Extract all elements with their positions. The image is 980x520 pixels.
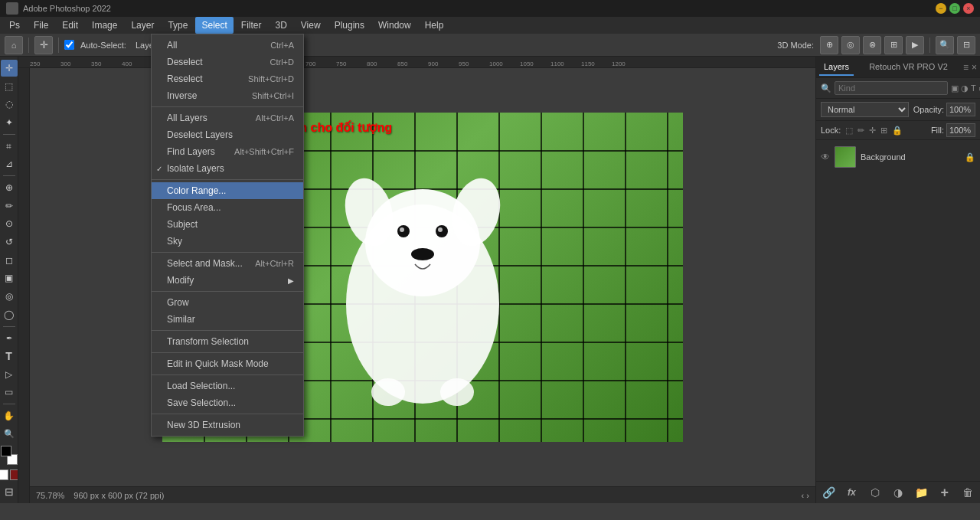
menu-filter[interactable]: Filter (235, 17, 268, 34)
menu-item-select-and-mask[interactable]: Select and Mask... Alt+Ctrl+R (152, 255, 303, 272)
menu-item-find-layers[interactable]: Find Layers Alt+Shift+Ctrl+F (152, 143, 303, 160)
home-button[interactable]: ⌂ (5, 36, 23, 54)
tool-text[interactable]: T (1, 348, 18, 365)
menu-item-inverse[interactable]: Inverse Shift+Ctrl+I (152, 87, 303, 104)
menu-item-all[interactable]: All Ctrl+A (152, 37, 303, 54)
close-button[interactable]: × (963, 3, 974, 14)
filter-adjustment-icon[interactable]: ◑ (961, 83, 969, 93)
menu-item-similar[interactable]: Similar (152, 311, 303, 328)
add-mask-btn[interactable]: ⬡ (867, 485, 883, 500)
menu-item-sky[interactable]: Sky (152, 233, 303, 250)
lock-all-icon[interactable]: 🔒 (892, 126, 903, 136)
fg-color-swatch[interactable] (1, 446, 11, 456)
canvas-content[interactable]: Hút màu tạo vùng chọn cho đối tượng (30, 68, 815, 486)
menu-item-subject[interactable]: Subject (152, 216, 303, 233)
blend-mode-select[interactable]: Normal Multiply Screen Overlay (821, 102, 909, 117)
menu-item-transform-selection[interactable]: Transform Selection (152, 333, 303, 350)
lock-image-icon[interactable]: ✏ (858, 126, 864, 136)
menu-item-reselect[interactable]: Reselect Shift+Ctrl+D (152, 70, 303, 87)
tool-hand[interactable]: ✋ (1, 407, 18, 424)
tool-marquee[interactable]: ⬚ (1, 78, 18, 95)
tool-shape[interactable]: ▭ (1, 384, 18, 401)
tool-eraser[interactable]: ◻ (1, 252, 18, 269)
tool-move[interactable]: ✛ (1, 60, 18, 77)
tool-history[interactable]: ↺ (1, 234, 18, 250)
panel-close-icon[interactable]: × (972, 62, 977, 73)
tool-path-select[interactable]: ▷ (1, 366, 18, 383)
tool-gradient[interactable]: ▣ (1, 270, 18, 287)
tool-brush[interactable]: ✏ (1, 198, 18, 214)
new-layer-btn[interactable]: + (937, 485, 952, 500)
minimize-button[interactable]: − (936, 3, 946, 14)
menu-item-all-layers[interactable]: All Layers Alt+Ctrl+A (152, 110, 303, 126)
menu-item-deselect[interactable]: Deselect Ctrl+D (152, 54, 303, 70)
fx-btn[interactable]: fx (844, 485, 859, 500)
menu-edit[interactable]: Edit (56, 17, 84, 34)
menu-image[interactable]: Image (86, 17, 123, 34)
menu-item-color-range[interactable]: Color Range... (152, 182, 303, 199)
3d-btn5[interactable]: ▶ (906, 36, 924, 54)
menu-plugins[interactable]: Plugins (328, 17, 371, 34)
menu-item-focus-area[interactable]: Focus Area... (152, 199, 303, 216)
filter-type-icon[interactable]: T (971, 83, 976, 93)
tool-zoom[interactable]: 🔍 (1, 426, 18, 443)
menu-type[interactable]: Type (162, 17, 194, 34)
tab-retouch[interactable]: Retouch VR PRO V2 (864, 59, 952, 76)
menu-item-isolate-layers[interactable]: ✓ Isolate Layers (152, 160, 303, 177)
menu-ps[interactable]: Ps (3, 17, 26, 34)
quick-mask-btn[interactable] (10, 469, 19, 480)
lock-artboard-icon[interactable]: ⊞ (880, 126, 887, 136)
move-tool-btn[interactable]: ✛ (34, 36, 53, 54)
change-screen-mode[interactable]: ⊟ (1, 483, 18, 500)
filter-pixel-icon[interactable]: ▣ (951, 83, 959, 93)
menu-layer[interactable]: Layer (125, 17, 160, 34)
right-panel: Layers Retouch VR PRO V2 ≡ × 🔍 ▣ ◑ T ▭ ⊕… (815, 57, 980, 503)
fill-input[interactable] (946, 123, 975, 137)
menu-item-edit-quick-mask[interactable]: Edit in Quick Mask Mode (152, 355, 303, 372)
auto-select-checkbox[interactable] (64, 40, 74, 50)
menu-item-load-selection[interactable]: Load Selection... (152, 378, 303, 394)
layers-kind-input[interactable] (835, 81, 948, 95)
3d-btn1[interactable]: ⊕ (820, 36, 838, 54)
lock-transparent-icon[interactable]: ⬚ (845, 126, 853, 136)
menu-item-new-3d-extrusion[interactable]: New 3D Extrusion (152, 417, 303, 433)
3d-btn4[interactable]: ⊞ (884, 36, 903, 54)
menu-help[interactable]: Help (419, 17, 450, 34)
workspace-btn[interactable]: ⊟ (957, 36, 975, 54)
tool-crop[interactable]: ⌗ (1, 138, 18, 155)
layer-visibility-eye[interactable]: 👁 (821, 152, 830, 162)
menu-window[interactable]: Window (372, 17, 417, 34)
menu-item-save-selection[interactable]: Save Selection... (152, 394, 303, 411)
tool-wand[interactable]: ✦ (1, 114, 18, 131)
fg-bg-colors[interactable] (1, 446, 18, 466)
tool-heal[interactable]: ⊕ (1, 179, 18, 196)
tool-dodge[interactable]: ◯ (1, 306, 18, 323)
tool-blur[interactable]: ◎ (1, 288, 18, 305)
tool-clone[interactable]: ⊙ (1, 215, 18, 232)
opacity-input[interactable] (946, 103, 975, 116)
delete-layer-btn[interactable]: 🗑 (960, 485, 975, 500)
maximize-button[interactable]: □ (949, 3, 960, 14)
standard-mode-btn[interactable] (0, 469, 8, 480)
menu-file[interactable]: File (28, 17, 54, 34)
menu-item-modify[interactable]: Modify ▶ (152, 272, 303, 289)
3d-btn2[interactable]: ◎ (841, 36, 860, 54)
menu-view[interactable]: View (295, 17, 327, 34)
add-adjustment-btn[interactable]: ◑ (890, 485, 906, 500)
menu-item-deselect-layers[interactable]: Deselect Layers (152, 126, 303, 143)
tool-pen[interactable]: ✒ (1, 330, 18, 347)
tool-lasso[interactable]: ◌ (1, 96, 18, 113)
scroll-arrows[interactable]: ‹ › (802, 491, 809, 500)
menu-3d[interactable]: 3D (269, 17, 292, 34)
menu-select[interactable]: Select (195, 17, 233, 34)
layer-item-background[interactable]: 👁 Background 🔒 (816, 143, 980, 171)
3d-btn3[interactable]: ⊗ (863, 36, 881, 54)
link-layers-btn[interactable]: 🔗 (821, 485, 836, 500)
add-group-btn[interactable]: 📁 (913, 485, 929, 500)
tool-eyedropper[interactable]: ⊿ (1, 155, 18, 172)
panel-menu-icon[interactable]: ≡ (963, 62, 969, 73)
tab-layers[interactable]: Layers (819, 59, 854, 76)
search-btn[interactable]: 🔍 (936, 36, 954, 54)
lock-position-icon[interactable]: ✛ (869, 126, 876, 136)
menu-item-grow[interactable]: Grow (152, 294, 303, 311)
